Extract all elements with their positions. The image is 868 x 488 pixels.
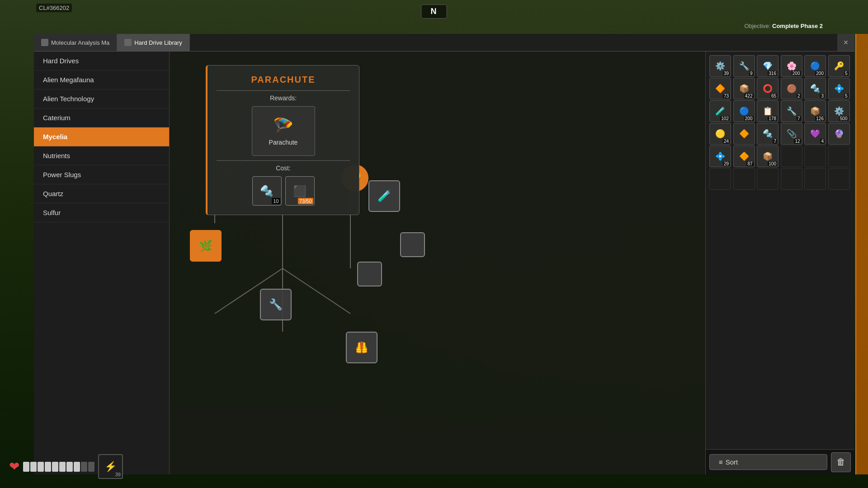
inv-slot-24[interactable]: 💠29: [709, 145, 731, 167]
research-node-right-mid[interactable]: [400, 232, 425, 257]
popup-divider-bottom: [217, 160, 350, 161]
equip-slot[interactable]: ⚡ 39: [98, 454, 123, 479]
close-button[interactable]: ×: [837, 34, 854, 51]
sidebar-item-caterium[interactable]: Caterium: [34, 108, 169, 127]
sidebar-item-hard-drives[interactable]: Hard Drives: [34, 52, 169, 70]
health-bars: [23, 462, 94, 472]
reward-name: Parachute: [269, 139, 298, 146]
sort-label: Sort: [726, 458, 738, 466]
sidebar-item-alien-technology[interactable]: Alien Technology: [34, 89, 169, 108]
sidebar-item-alien-megafauna[interactable]: Alien Megafauna: [34, 70, 169, 89]
trash-button[interactable]: 🗑: [831, 452, 851, 472]
sidebar-item-sulfur[interactable]: Sulfur: [34, 203, 169, 222]
research-node-right-top[interactable]: 🧪: [368, 180, 400, 212]
sort-button[interactable]: ≡ Sort: [709, 454, 827, 470]
node-bottom-center-icon: 🔧: [269, 298, 283, 311]
tab-hard-drive[interactable]: Hard Drive Library: [117, 34, 189, 51]
inv-slot-26[interactable]: 📦100: [757, 145, 778, 167]
health-bar-2: [38, 462, 44, 472]
hud-id: CL#366202: [36, 4, 72, 12]
health-bar-4: [52, 462, 58, 472]
player-hud: ❤ ⚡ 39: [9, 454, 123, 479]
research-area: 🔑 🌿 🧪 🔧 🦺: [170, 52, 705, 474]
side-decor: [855, 34, 868, 474]
inv-slot-22[interactable]: 💜4: [804, 123, 826, 145]
inv-slot-0[interactable]: ⚙️39: [709, 55, 731, 77]
inv-slot-27[interactable]: [781, 145, 802, 167]
cost-label: Cost:: [217, 164, 350, 172]
inv-slot-13[interactable]: 🔵200: [733, 100, 755, 122]
inv-slot-16[interactable]: 📦126: [804, 100, 826, 122]
inventory-grid: ⚙️39🔧9💎316🌸200🔵200🔑5🔶73📦422⭕65🟤2🔩3💠5🧪102…: [706, 52, 854, 449]
inv-slot-8[interactable]: ⭕65: [757, 78, 778, 99]
inv-slot-3[interactable]: 🌸200: [781, 55, 802, 77]
equip-count: 39: [115, 472, 121, 477]
tab-molecular-label: Molecular Analysis Ma: [51, 39, 109, 46]
main-panel: Molecular Analysis Ma Hard Drive Library…: [34, 34, 854, 474]
hud-top: CL#366202 N Objective: Complete Phase 2: [0, 0, 868, 27]
reward-area: 🪂 Parachute: [217, 106, 350, 156]
sidebar: Hard Drives Alien Megafauna Alien Techno…: [34, 52, 170, 474]
inv-slot-1[interactable]: 🔧9: [733, 55, 755, 77]
research-node-left[interactable]: 🌿: [190, 230, 222, 262]
inv-slot-7[interactable]: 📦422: [733, 78, 755, 99]
objective-value: Complete Phase 2: [772, 23, 823, 29]
research-node-bottom[interactable]: 🦺: [346, 332, 377, 363]
inv-slot-14[interactable]: 📋178: [757, 100, 778, 122]
tab-molecular-icon: [41, 39, 48, 46]
inv-slot-23[interactable]: 🔮: [828, 123, 850, 145]
inv-slot-19[interactable]: 🔶: [733, 123, 755, 145]
inv-slot-35[interactable]: [828, 168, 850, 190]
inv-slot-2[interactable]: 💎316: [757, 55, 778, 77]
health-bar-0: [23, 462, 29, 472]
objective-box: Objective: Complete Phase 2: [745, 23, 823, 29]
research-node-bottom-center[interactable]: 🔧: [260, 289, 292, 320]
inv-slot-5[interactable]: 🔑5: [828, 55, 850, 77]
research-node-right-low[interactable]: [357, 262, 382, 286]
sidebar-item-power-slugs[interactable]: Power Slugs: [34, 165, 169, 184]
health-bar-1: [30, 462, 37, 472]
popup-divider-top: [217, 90, 350, 91]
sidebar-item-mycelia[interactable]: Mycelia: [34, 127, 169, 146]
compass: N: [421, 5, 447, 19]
inv-slot-33[interactable]: [781, 168, 802, 190]
inv-slot-18[interactable]: 🟡24: [709, 123, 731, 145]
inv-slot-12[interactable]: 🧪102: [709, 100, 731, 122]
sort-icon: ≡: [719, 458, 723, 466]
inv-slot-20[interactable]: 🔩7: [757, 123, 778, 145]
tab-bar: Molecular Analysis Ma Hard Drive Library…: [34, 34, 854, 51]
health-bar-3: [45, 462, 51, 472]
inv-slot-21[interactable]: 📎12: [781, 123, 802, 145]
popup-title: PARACHUTE: [217, 75, 350, 85]
inv-slot-34[interactable]: [804, 168, 826, 190]
inv-slot-9[interactable]: 🟤2: [781, 78, 802, 99]
inv-slot-28[interactable]: [804, 145, 826, 167]
sidebar-item-nutrients[interactable]: Nutrients: [34, 146, 169, 165]
cost-items: 🔩 10 ⬛ 73/50: [217, 176, 350, 206]
tab-hard-drive-icon: [124, 39, 132, 46]
tab-molecular[interactable]: Molecular Analysis Ma: [34, 34, 117, 51]
cost-item-1[interactable]: ⬛ 73/50: [285, 176, 315, 206]
inv-slot-10[interactable]: 🔩3: [804, 78, 826, 99]
inv-slot-17[interactable]: ⚙️500: [828, 100, 850, 122]
bottom-bar: ≡ Sort 🗑: [706, 449, 854, 474]
inv-slot-30[interactable]: [709, 168, 731, 190]
inv-slot-29[interactable]: [828, 145, 850, 167]
inv-slot-11[interactable]: 💠5: [828, 78, 850, 99]
health-bar-9: [88, 462, 94, 472]
cost-item-0[interactable]: 🔩 10: [252, 176, 282, 206]
tab-hard-drive-label: Hard Drive Library: [134, 39, 182, 46]
sidebar-item-quartz[interactable]: Quartz: [34, 184, 169, 203]
svg-line-8: [283, 268, 350, 314]
inv-slot-15[interactable]: 🔧7: [781, 100, 802, 122]
content-area: Hard Drives Alien Megafauna Alien Techno…: [34, 51, 854, 474]
health-icon: ❤: [9, 459, 19, 474]
health-bar-7: [74, 462, 80, 472]
inv-slot-31[interactable]: [733, 168, 755, 190]
reward-box[interactable]: 🪂 Parachute: [252, 106, 315, 156]
inv-slot-4[interactable]: 🔵200: [804, 55, 826, 77]
cost-item-0-icon: 🔩: [260, 185, 274, 197]
inv-slot-6[interactable]: 🔶73: [709, 78, 731, 99]
inv-slot-25[interactable]: 🔶87: [733, 145, 755, 167]
inv-slot-32[interactable]: [757, 168, 778, 190]
